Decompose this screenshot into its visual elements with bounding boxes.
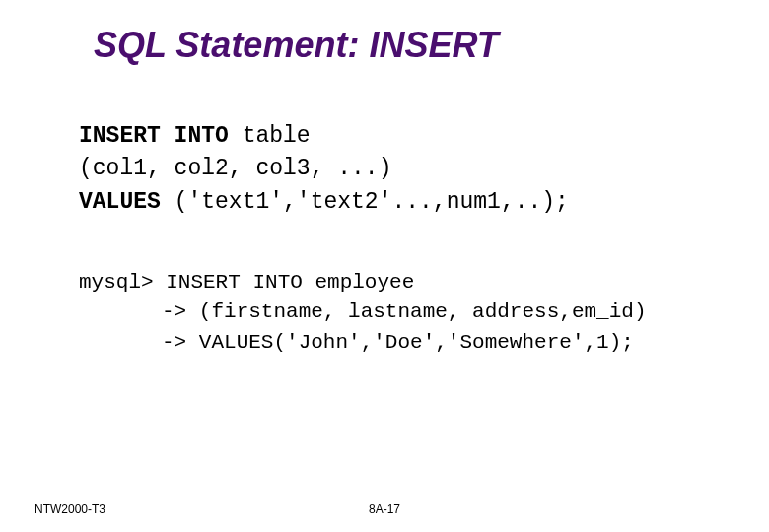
example-values: VALUES('John','Doe','Somewhere',1); (186, 331, 634, 354)
keyword-values: VALUES (79, 189, 161, 215)
example-line-3: -> VALUES('John','Doe','Somewhere',1); (79, 328, 769, 358)
syntax-block: INSERT INTO table (col1, col2, col3, ...… (0, 120, 769, 219)
footer-page-number: 8A-17 (369, 502, 400, 516)
keyword-insert-into: INSERT INTO (79, 123, 229, 149)
example-block: mysql> INSERT INTO employee -> (firstnam… (0, 268, 769, 358)
syntax-line-1: INSERT INTO table (79, 120, 769, 153)
syntax-line-2: (col1, col2, col3, ...) (79, 153, 769, 185)
continuation-arrow: -> (162, 300, 186, 323)
syntax-table: table (229, 123, 311, 149)
slide-title: SQL Statement: INSERT (0, 25, 769, 66)
syntax-values-rest: ('text1','text2'...,num1,..); (161, 189, 569, 215)
continuation-arrow: -> (162, 331, 186, 354)
syntax-line-3: VALUES ('text1','text2'...,num1,..); (79, 186, 769, 219)
example-columns: (firstname, lastname, address,em_id) (186, 300, 646, 323)
example-line-2: -> (firstname, lastname, address,em_id) (79, 298, 769, 327)
example-line-1: mysql> INSERT INTO employee (79, 268, 769, 298)
footer-left-label: NTW2000-T3 (35, 502, 105, 516)
